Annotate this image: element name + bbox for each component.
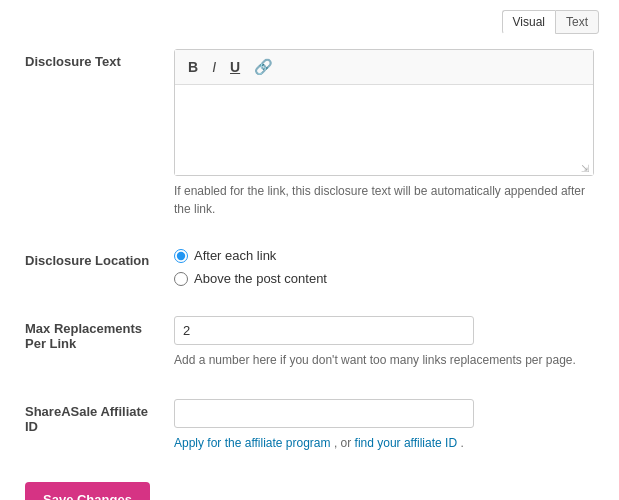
editor-toolbar: B I U 🔗 — [175, 50, 593, 85]
max-replacements-input[interactable] — [174, 316, 474, 345]
bold-button[interactable]: B — [183, 57, 203, 77]
max-replacements-row: Max Replacements Per Link Add a number h… — [15, 301, 604, 384]
apply-affiliate-link[interactable]: Apply for the affiliate program — [174, 436, 331, 450]
save-changes-button[interactable]: Save Changes — [25, 482, 150, 500]
settings-form: Disclosure Text B I U 🔗 ⇲ If enabled for… — [15, 34, 604, 467]
tab-visual[interactable]: Visual — [502, 10, 555, 34]
disclosure-location-group: After each link Above the post content — [174, 248, 594, 286]
max-replacements-label: Max Replacements Per Link — [15, 301, 164, 384]
tab-text[interactable]: Text — [555, 10, 599, 34]
radio-above-post-content[interactable]: Above the post content — [174, 271, 594, 286]
shareasale-help-end: . — [460, 436, 463, 450]
editor-tabs-row: Visual Text — [15, 10, 604, 34]
shareasale-input[interactable] — [174, 399, 474, 428]
shareasale-help: Apply for the affiliate program , or fin… — [174, 434, 594, 452]
disclosure-location-row: Disclosure Location After each link Abov… — [15, 233, 604, 301]
disclosure-location-label: Disclosure Location — [15, 233, 164, 301]
disclosure-text-label: Disclosure Text — [15, 34, 164, 233]
link-button[interactable]: 🔗 — [249, 56, 278, 78]
shareasale-help-middle: , or — [334, 436, 355, 450]
underline-button[interactable]: U — [225, 57, 245, 77]
radio-above-post-content-input[interactable] — [174, 272, 188, 286]
radio-above-post-content-label: Above the post content — [194, 271, 327, 286]
shareasale-cell: Apply for the affiliate program , or fin… — [164, 384, 604, 467]
editor-body[interactable]: ⇲ — [175, 85, 593, 175]
disclosure-text-help: If enabled for the link, this disclosure… — [174, 182, 594, 218]
editor-wrapper: B I U 🔗 ⇲ — [174, 49, 594, 176]
max-replacements-help: Add a number here if you don't want too … — [174, 351, 594, 369]
shareasale-label: ShareASale Affiliate ID — [15, 384, 164, 467]
disclosure-text-cell: B I U 🔗 ⇲ If enabled for the link, this … — [164, 34, 604, 233]
disclosure-text-row: Disclosure Text B I U 🔗 ⇲ If enabled for… — [15, 34, 604, 233]
shareasale-row: ShareASale Affiliate ID Apply for the af… — [15, 384, 604, 467]
max-replacements-cell: Add a number here if you don't want too … — [164, 301, 604, 384]
radio-after-each-link[interactable]: After each link — [174, 248, 594, 263]
resize-handle: ⇲ — [581, 163, 591, 173]
radio-after-each-link-input[interactable] — [174, 249, 188, 263]
radio-after-each-link-label: After each link — [194, 248, 276, 263]
italic-button[interactable]: I — [207, 57, 221, 77]
find-affiliate-id-link[interactable]: find your affiliate ID — [355, 436, 458, 450]
disclosure-location-cell: After each link Above the post content — [164, 233, 604, 301]
